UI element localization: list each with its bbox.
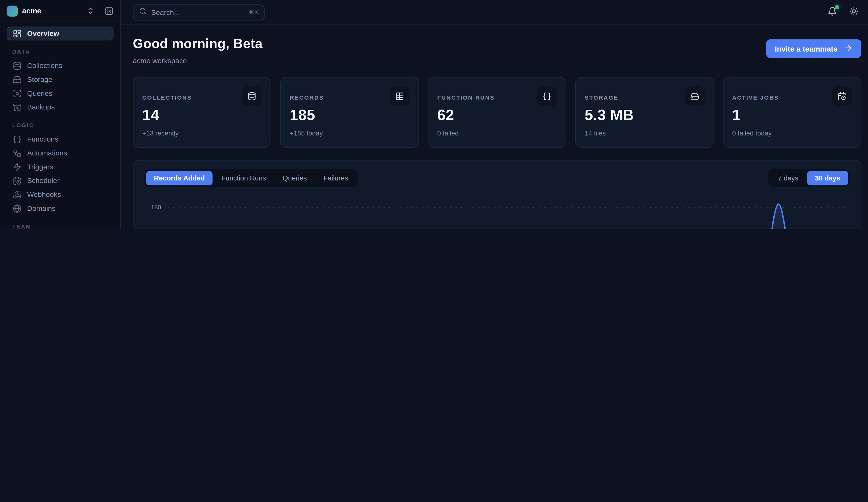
sidebar-item-label: Webhooks bbox=[27, 190, 61, 199]
stats-row: COLLECTIONS14+13 recentlyRECORDS185+185 … bbox=[133, 77, 861, 148]
invite-teammate-label: Invite a teammate bbox=[775, 44, 838, 53]
stat-subtext: 14 files bbox=[585, 129, 705, 137]
sidebar-item-label: Triggers bbox=[27, 163, 53, 171]
chart-tab-queries[interactable]: Queries bbox=[275, 171, 314, 185]
search-box[interactable]: ⌘K bbox=[133, 4, 265, 20]
greeting-row: Good morning, Beta acme workspace Invite… bbox=[133, 36, 861, 65]
table-icon bbox=[395, 92, 404, 101]
zap-icon bbox=[13, 162, 21, 171]
braces-icon bbox=[542, 92, 551, 101]
sidebar-item-storage[interactable]: Storage bbox=[7, 73, 113, 86]
sidebar-item-scheduler[interactable]: Scheduler bbox=[7, 174, 113, 188]
y-tick-label: 180 bbox=[151, 204, 161, 211]
sidebar: acme OverviewDATACollectionsStorageQueri… bbox=[0, 0, 121, 229]
content: Good morning, Beta acme workspace Invite… bbox=[121, 25, 868, 229]
sun-icon bbox=[849, 6, 859, 18]
archive-restore-icon bbox=[13, 103, 21, 112]
stat-subtext: 0 failed bbox=[437, 129, 557, 137]
search-shortcut: ⌘K bbox=[248, 8, 258, 16]
search-icon bbox=[139, 7, 147, 17]
search-icon bbox=[139, 7, 147, 15]
arrow-right-icon bbox=[844, 44, 852, 52]
section-title-data: DATA bbox=[7, 49, 113, 55]
hard-drive-icon bbox=[13, 75, 21, 84]
chevrons-up-down-icon[interactable] bbox=[86, 7, 95, 15]
database-icon bbox=[13, 61, 21, 70]
zap-icon bbox=[13, 162, 21, 171]
theme-toggle-button[interactable] bbox=[849, 6, 859, 18]
sidebar-item-collections[interactable]: Collections bbox=[7, 59, 113, 73]
sidebar-item-domains[interactable]: Domains bbox=[7, 201, 113, 215]
collapse-sidebar-icon[interactable] bbox=[105, 6, 114, 15]
stat-icon-tile bbox=[832, 86, 852, 106]
invite-teammate-button[interactable]: Invite a teammate bbox=[766, 39, 861, 58]
layout-dashboard-icon bbox=[13, 29, 21, 38]
sidebar-item-backups[interactable]: Backups bbox=[7, 100, 113, 114]
workspace-switcher[interactable]: acme bbox=[0, 0, 120, 22]
webhook-icon bbox=[13, 190, 21, 199]
sidebar-item-functions[interactable]: Functions bbox=[7, 132, 113, 146]
calendar-clock-icon bbox=[838, 92, 847, 101]
database-icon bbox=[248, 92, 257, 101]
stat-icon-tile bbox=[242, 86, 262, 106]
braces-icon bbox=[13, 135, 21, 144]
chart-tab-failures[interactable]: Failures bbox=[316, 171, 356, 185]
globe-icon bbox=[13, 204, 21, 213]
app-window: acme OverviewDATACollectionsStorageQueri… bbox=[0, 0, 868, 229]
sidebar-item-label: Collections bbox=[27, 61, 62, 70]
braces-icon bbox=[13, 135, 21, 144]
records-added-chart: 04590135180Feb 7Feb 8Feb 9Feb 10Feb 11Fe… bbox=[144, 199, 850, 229]
sidebar-item-label: Backups bbox=[27, 103, 55, 111]
stat-value: 5.3 MB bbox=[585, 107, 705, 124]
sidebar-item-queries[interactable]: Queries bbox=[7, 86, 113, 100]
workspace-logo bbox=[7, 5, 18, 17]
globe-icon bbox=[13, 204, 21, 213]
sidebar-item-triggers[interactable]: Triggers bbox=[7, 160, 113, 174]
stat-card-storage: STORAGE5.3 MB14 files bbox=[575, 77, 714, 148]
range-button-30-days[interactable]: 30 days bbox=[807, 171, 848, 185]
chevrons-up-down-icon bbox=[86, 7, 95, 15]
database-icon bbox=[13, 61, 21, 70]
line-chart: 04590135180Feb 7Feb 8Feb 9Feb 10Feb 11Fe… bbox=[144, 199, 850, 229]
archive-restore-icon bbox=[13, 103, 21, 112]
sidebar-item-label: Storage bbox=[27, 75, 52, 84]
topbar: ⌘K bbox=[121, 0, 868, 25]
stat-card-records: RECORDS185+185 today bbox=[280, 77, 419, 148]
sidebar-item-label: Domains bbox=[27, 204, 55, 212]
sidebar-item-webhooks[interactable]: Webhooks bbox=[7, 188, 113, 201]
page-title: Good morning, Beta bbox=[133, 36, 262, 51]
notification-dot bbox=[835, 5, 839, 9]
stat-icon-tile bbox=[537, 86, 557, 106]
sidebar-item-label: Overview bbox=[27, 29, 59, 38]
search-input[interactable] bbox=[151, 8, 244, 17]
sidebar-item-label: Functions bbox=[27, 135, 58, 143]
hard-drive-icon bbox=[13, 75, 21, 84]
stat-card-collections: COLLECTIONS14+13 recently bbox=[133, 77, 271, 148]
chart-area-fill bbox=[168, 204, 846, 229]
stat-card-function-runs: FUNCTION RUNS620 failed bbox=[428, 77, 567, 148]
workflow-icon bbox=[13, 149, 21, 157]
stat-subtext: 0 failed today bbox=[732, 129, 852, 137]
sidebar-item-overview[interactable]: Overview bbox=[7, 27, 113, 40]
sidebar-item-automations[interactable]: Automations bbox=[7, 146, 113, 160]
range-button-7-days[interactable]: 7 days bbox=[770, 171, 806, 185]
stat-value: 185 bbox=[290, 107, 410, 124]
hard-drive-icon bbox=[690, 92, 699, 101]
stat-value: 1 bbox=[732, 107, 852, 124]
workspace-subtitle: acme workspace bbox=[133, 56, 262, 65]
sidebar-item-label: Queries bbox=[27, 89, 52, 97]
stat-subtext: +13 recently bbox=[142, 129, 262, 137]
notifications-button[interactable] bbox=[828, 6, 837, 18]
calendar-clock-icon bbox=[13, 176, 21, 185]
chart-tab-function-runs[interactable]: Function Runs bbox=[214, 171, 274, 185]
chart-card: Records AddedFunction RunsQueriesFailure… bbox=[133, 160, 861, 229]
main-area: ⌘K Good morning, Beta acme workspace bbox=[121, 0, 868, 229]
workspace-name: acme bbox=[22, 7, 82, 15]
calendar-clock-icon bbox=[13, 176, 21, 185]
chart-range-buttons: 7 days30 days bbox=[768, 169, 850, 187]
section-title-team: TEAM bbox=[7, 223, 113, 229]
panel-left-close-icon bbox=[105, 6, 114, 15]
chart-tab-records-added[interactable]: Records Added bbox=[146, 171, 213, 185]
workflow-icon bbox=[13, 149, 21, 157]
sidebar-item-label: Automations bbox=[27, 149, 67, 157]
